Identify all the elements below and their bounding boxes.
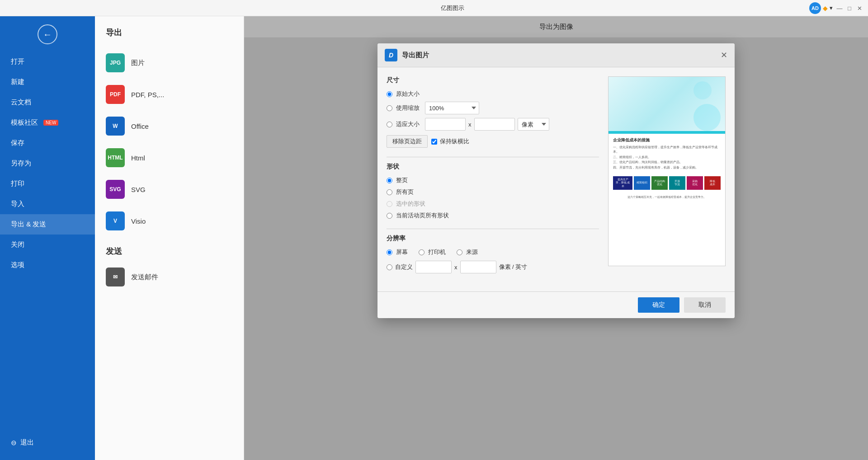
export-icon-pdf: PDF bbox=[106, 85, 125, 104]
cancel-button[interactable]: 取消 bbox=[684, 297, 726, 313]
res-source-row: 来源 bbox=[457, 248, 478, 256]
remove-border-button[interactable]: 移除页边距 bbox=[387, 135, 428, 148]
sidebar-item-label: 导出 & 发送 bbox=[11, 220, 46, 229]
x-separator: x bbox=[468, 121, 472, 128]
confirm-button[interactable]: 确定 bbox=[638, 297, 679, 313]
email-icon: ✉ bbox=[106, 268, 125, 286]
fit-width-input[interactable]: 1122.52 bbox=[425, 118, 466, 131]
sidebar-item-exit[interactable]: ⊖ 退出 bbox=[0, 432, 95, 453]
sidebar-item-options[interactable]: 选项 bbox=[0, 255, 95, 275]
modal-close-button[interactable]: ✕ bbox=[721, 50, 727, 60]
fit-height-input[interactable]: 793.701 bbox=[474, 118, 515, 131]
sidebar-bottom: ⊖ 退出 bbox=[0, 432, 95, 460]
scale-select[interactable]: 100% bbox=[425, 102, 479, 114]
diamond-icon: ◆ bbox=[823, 5, 828, 12]
size-fit-radio[interactable] bbox=[387, 122, 392, 127]
sidebar-item-new[interactable]: 新建 bbox=[0, 72, 95, 92]
sidebar-item-label: 选项 bbox=[11, 261, 24, 269]
modal-body: 尺寸 原始大小 使用缩放 bbox=[377, 67, 735, 291]
sidebar-item-close[interactable]: 关闭 bbox=[0, 235, 95, 255]
preview-arrow-3: 开源节流 bbox=[669, 176, 685, 190]
export-icon-visio: V bbox=[106, 211, 125, 230]
new-badge: NEW bbox=[43, 120, 58, 126]
send-email-item[interactable]: ✉ 发送邮件 bbox=[95, 261, 244, 293]
shape-allpages-label: 所有页 bbox=[396, 188, 414, 196]
sidebar-item-export[interactable]: 导出 & 发送 bbox=[0, 214, 95, 235]
exit-label: 退出 bbox=[20, 438, 34, 447]
export-label-jpg: 图片 bbox=[131, 59, 145, 67]
resolution-radio-row: 屏幕 打印机 来源 bbox=[387, 248, 599, 256]
shape-section-header: 形状 bbox=[387, 163, 599, 171]
modal-icon: D bbox=[385, 49, 397, 61]
custom-res-row: 自定义 96 x 96 像素 / 英寸 bbox=[387, 261, 599, 273]
shape-radio-group: 整页 所有页 选中的形状 bbox=[387, 176, 599, 220]
shape-fullpage-radio[interactable] bbox=[387, 178, 392, 183]
fit-input-group: 1122.52 x 793.701 像素 bbox=[425, 118, 549, 131]
export-item-pdf[interactable]: PDF PDF, PS,... bbox=[95, 79, 244, 110]
sidebar-item-print[interactable]: 打印 bbox=[0, 174, 95, 194]
export-item-html[interactable]: HTML Html bbox=[95, 142, 244, 174]
preview-bullet-3: 三、优化产品结构，淘汰利润低，销量差的产品。 bbox=[613, 160, 721, 164]
sidebar-item-saveas[interactable]: 另存为 bbox=[0, 153, 95, 174]
dropdown-icon[interactable]: ▾ bbox=[830, 5, 833, 11]
preview-circle-2 bbox=[693, 81, 712, 99]
size-original-row: 原始大小 bbox=[387, 90, 599, 98]
preview-bullets: 一、优化采购流程和供应链管理，提升生产效率，降低生产运营等各环节成本。 二、精简… bbox=[609, 145, 725, 171]
res-screen-label: 屏幕 bbox=[396, 248, 408, 256]
titlebar-controls: AD ◆ ▾ — □ ✕ bbox=[809, 2, 863, 14]
shape-allpages-radio[interactable] bbox=[387, 189, 392, 195]
sidebar-item-import[interactable]: 导入 bbox=[0, 194, 95, 214]
shape-fullpage-label: 整页 bbox=[396, 176, 408, 184]
preview-bullet-4: 四、开源节流，充分利用现有库存，机器，设备，减少采购。 bbox=[613, 165, 721, 170]
export-item-jpg[interactable]: JPG 图片 bbox=[95, 47, 244, 79]
send-panel-title: 发送 bbox=[95, 237, 244, 261]
modal-title: 导出图片 bbox=[402, 51, 429, 60]
shape-selected-radio[interactable] bbox=[387, 201, 392, 207]
export-label-html: Html bbox=[131, 154, 145, 162]
size-radio-group: 原始大小 使用缩放 100% bbox=[387, 90, 599, 131]
modal-header-left: D 导出图片 bbox=[385, 49, 429, 61]
sidebar-item-open[interactable]: 打开 bbox=[0, 52, 95, 72]
custom-unit-label: 像素 / 英寸 bbox=[499, 263, 528, 271]
sidebar-item-label: 打开 bbox=[11, 57, 24, 66]
modal-preview: 企业降低成本的措施 一、优化采购流程和供应链管理，提升生产效率，降低生产运营等各… bbox=[608, 76, 726, 282]
maximize-button[interactable]: □ bbox=[846, 5, 853, 11]
res-printer-radio[interactable] bbox=[419, 249, 425, 255]
export-item-office[interactable]: W Office bbox=[95, 110, 244, 142]
back-button[interactable]: ← bbox=[38, 24, 57, 44]
custom-y-input[interactable]: 96 bbox=[460, 261, 496, 273]
unit-select[interactable]: 像素 bbox=[518, 118, 549, 131]
close-window-button[interactable]: ✕ bbox=[856, 5, 863, 11]
scale-input-group: 100% bbox=[425, 102, 479, 114]
shape-currentpage-radio[interactable] bbox=[387, 213, 392, 219]
sidebar-items: 打开新建云文档模板社区NEW保存另存为打印导入导出 & 发送关闭选项 bbox=[0, 52, 95, 275]
export-item-visio[interactable]: V Visio bbox=[95, 205, 244, 237]
size-fit-label: 适应大小 bbox=[396, 120, 420, 128]
minimize-button[interactable]: — bbox=[836, 5, 843, 11]
preview-content: 企业降低成本的措施 一、优化采购流程和供应链管理，提升生产效率，降低生产运营等各… bbox=[609, 77, 725, 266]
preview-footer: 这六个策略相互补充，一起有效降低经营成本，提升企业竞争力。 bbox=[609, 193, 725, 201]
sidebar-item-label: 导入 bbox=[11, 200, 24, 208]
preview-box: 企业降低成本的措施 一、优化采购流程和供应链管理，提升生产效率，降低生产运营等各… bbox=[608, 76, 726, 266]
res-source-radio[interactable] bbox=[457, 249, 462, 255]
export-icon-svg: SVG bbox=[106, 180, 125, 199]
preview-circle-1 bbox=[693, 104, 721, 131]
preview-bullet-2: 二、精简组织，一人多岗。 bbox=[613, 155, 721, 160]
res-source-label: 来源 bbox=[466, 248, 478, 256]
keep-ratio-checkbox[interactable] bbox=[431, 139, 437, 145]
export-item-svg[interactable]: SVG SVG bbox=[95, 174, 244, 205]
sidebar-item-save[interactable]: 保存 bbox=[0, 133, 95, 153]
sidebar-item-label: 另存为 bbox=[11, 159, 31, 168]
size-scale-radio[interactable] bbox=[387, 105, 392, 111]
res-custom-radio[interactable] bbox=[387, 264, 392, 270]
size-fit-row: 适应大小 1122.52 x 793.701 像素 bbox=[387, 118, 599, 131]
sidebar-item-templates[interactable]: 模板社区NEW bbox=[0, 113, 95, 133]
export-image-modal: D 导出图片 ✕ 尺寸 bbox=[377, 43, 735, 318]
size-scale-label: 使用缩放 bbox=[396, 104, 420, 112]
shape-allpages-row: 所有页 bbox=[387, 188, 599, 196]
size-original-radio[interactable] bbox=[387, 91, 392, 97]
custom-x-input[interactable]: 96 bbox=[415, 261, 452, 273]
sidebar-item-cloud[interactable]: 云文档 bbox=[0, 92, 95, 113]
modal-icon-text: D bbox=[389, 52, 393, 59]
res-screen-radio[interactable] bbox=[387, 249, 392, 255]
